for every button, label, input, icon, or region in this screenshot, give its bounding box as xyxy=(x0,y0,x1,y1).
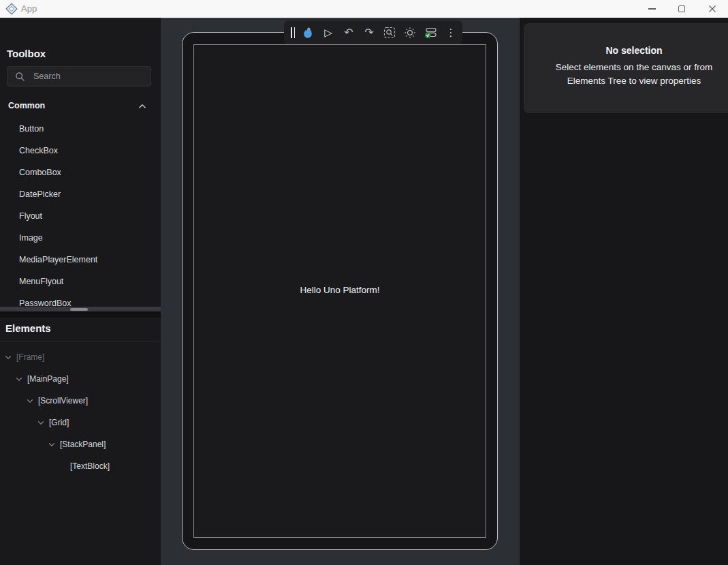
tree-item-label: [Frame] xyxy=(16,350,44,365)
tree-item-frame[interactable]: [Frame] xyxy=(0,350,161,365)
toolbox-item-mediaplayerelement[interactable]: MediaPlayerElement xyxy=(0,252,161,267)
theme-toggle-button[interactable] xyxy=(401,24,419,42)
tree-item-mainpage[interactable]: [MainPage] xyxy=(0,371,161,386)
runtime-status-icon xyxy=(424,27,437,39)
runtime-status-button[interactable] xyxy=(422,24,439,42)
theme-sun-icon xyxy=(404,27,416,39)
chevron-down-icon[interactable] xyxy=(5,355,12,360)
hot-design-window: App Toolbox Common Button CheckBox Combo xyxy=(0,0,728,565)
device-screen[interactable]: Hello Uno Platform! xyxy=(193,44,486,538)
play-button[interactable]: ▷ xyxy=(319,24,337,42)
tree-item-label: [TextBlock] xyxy=(70,459,110,474)
toolbox-item-menuflyout[interactable]: MenuFlyout xyxy=(0,274,161,289)
play-icon: ▷ xyxy=(324,27,332,38)
designer-toolbar: ▷ ↶ ↷ xyxy=(284,20,462,44)
undo-icon: ↶ xyxy=(344,27,353,38)
chevron-down-icon[interactable] xyxy=(37,421,44,425)
device-frame: Hello Uno Platform! xyxy=(182,32,498,550)
window-title: App xyxy=(21,0,37,18)
toolbox-item-flyout[interactable]: Flyout xyxy=(0,209,161,224)
toolbox-search[interactable] xyxy=(7,66,151,87)
chevron-down-icon[interactable] xyxy=(16,377,22,382)
no-selection-message: No selection Select elements on the canv… xyxy=(545,45,723,88)
more-options-button[interactable]: ⋮ xyxy=(442,24,460,42)
close-button[interactable] xyxy=(697,0,727,18)
tree-item-scrollviewer[interactable]: [ScrollViewer] xyxy=(0,393,161,408)
search-icon xyxy=(15,72,26,82)
toolbox-item-combobox[interactable]: ComboBox xyxy=(0,165,161,180)
tree-item-label: [MainPage] xyxy=(27,371,69,386)
close-icon xyxy=(708,5,716,13)
tree-item-label: [ScrollViewer] xyxy=(38,393,88,408)
toolbox-panel-title: Toolbox xyxy=(7,48,46,59)
no-selection-line1: Select elements on the canvas or from xyxy=(545,61,723,74)
toolbox-item-image[interactable]: Image xyxy=(0,230,161,245)
hot-reload-flame-icon xyxy=(302,27,313,39)
element-picker-button[interactable] xyxy=(381,24,398,42)
scrollbar-thumb[interactable] xyxy=(70,308,88,311)
tree-item-grid[interactable]: [Grid] xyxy=(0,415,161,430)
element-picker-icon xyxy=(383,27,396,39)
toolbox-section-common[interactable]: Common xyxy=(0,99,161,115)
no-selection-line2: Elements Tree to view properties xyxy=(545,74,723,88)
title-bar: App xyxy=(0,0,728,18)
minimize-icon xyxy=(648,8,656,10)
minimize-button[interactable] xyxy=(637,0,667,18)
properties-panel: No selection Select elements on the canv… xyxy=(524,23,728,113)
toolbox-item-button[interactable]: Button xyxy=(0,121,161,136)
panel-separator xyxy=(0,311,161,318)
textblock-hello[interactable]: Hello Uno Platform! xyxy=(194,285,486,295)
chevron-up-icon xyxy=(138,104,146,109)
toolbox-horizontal-scrollbar[interactable] xyxy=(0,307,161,311)
left-sidebar: Toolbox Common Button CheckBox ComboBox … xyxy=(0,18,161,565)
redo-button[interactable]: ↷ xyxy=(360,24,378,42)
chevron-down-icon[interactable] xyxy=(27,399,33,403)
maximize-button[interactable] xyxy=(667,0,696,18)
elements-panel-title: Elements xyxy=(5,322,51,334)
chevron-down-icon[interactable] xyxy=(48,442,55,447)
tree-item-label: [Grid] xyxy=(49,415,69,430)
section-label: Common xyxy=(8,101,45,110)
search-input[interactable] xyxy=(33,67,148,86)
tree-item-label: [StackPanel] xyxy=(60,437,106,452)
no-selection-title: No selection xyxy=(545,45,723,56)
uno-platform-logo-icon xyxy=(5,3,18,15)
tree-item-textblock[interactable]: [TextBlock] xyxy=(0,459,161,474)
redo-icon: ↷ xyxy=(364,27,373,38)
tree-item-stackpanel[interactable]: [StackPanel] xyxy=(0,437,161,452)
more-kebab-icon: ⋮ xyxy=(446,27,456,38)
divider xyxy=(0,341,161,342)
toolbar-drag-handle[interactable] xyxy=(288,27,298,38)
hot-reload-button[interactable] xyxy=(299,24,317,42)
maximize-icon xyxy=(678,5,685,12)
toolbox-item-checkbox[interactable]: CheckBox xyxy=(0,143,161,158)
design-canvas[interactable]: Hello Uno Platform! xyxy=(161,18,520,565)
undo-button[interactable]: ↶ xyxy=(340,24,358,42)
toolbox-item-datepicker[interactable]: DatePicker xyxy=(0,187,161,202)
